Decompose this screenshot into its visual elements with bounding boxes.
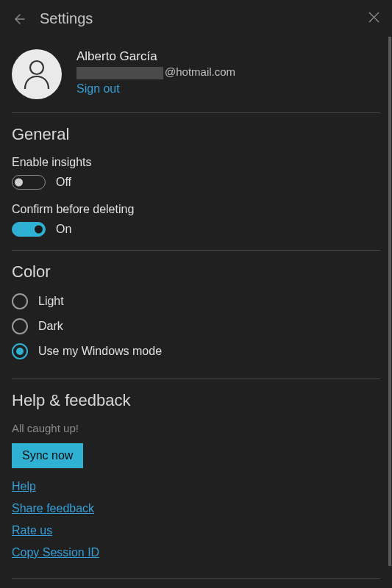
section-title-general: General (12, 125, 380, 144)
divider (12, 250, 380, 251)
sync-status: All caught up! (12, 422, 380, 434)
confirm-delete-label: Confirm before deleting (12, 203, 380, 216)
section-title-color: Color (12, 262, 380, 282)
color-option-dark[interactable]: Dark (12, 318, 380, 334)
account-name: Alberto García (76, 49, 235, 64)
back-arrow-icon[interactable] (12, 12, 25, 26)
insights-state: Off (56, 176, 71, 189)
insights-toggle[interactable] (12, 175, 46, 190)
radio-label: Dark (38, 320, 63, 333)
account-section: Alberto García @hotmail.com Sign out (12, 45, 380, 112)
color-option-light[interactable]: Light (12, 293, 380, 309)
user-icon (22, 58, 51, 90)
sync-now-button[interactable]: Sync now (12, 443, 83, 468)
close-icon[interactable] (367, 10, 380, 24)
copy-session-id-link[interactable]: Copy Session ID (12, 546, 380, 559)
confirm-delete-state: On (56, 223, 71, 236)
sign-out-link[interactable]: Sign out (76, 82, 235, 96)
radio-label: Light (38, 295, 64, 308)
divider (12, 112, 380, 113)
color-option-windows[interactable]: Use my Windows mode (12, 343, 380, 359)
share-feedback-link[interactable]: Share feedback (12, 502, 380, 515)
radio-label: Use my Windows mode (38, 345, 162, 358)
insights-label: Enable insights (12, 156, 380, 169)
confirm-delete-toggle[interactable] (12, 222, 46, 237)
email-masked-portion (76, 67, 163, 79)
radio-icon (12, 343, 28, 359)
section-title-help: Help & feedback (12, 391, 380, 410)
radio-icon (12, 318, 28, 334)
rate-us-link[interactable]: Rate us (12, 524, 380, 537)
svg-point-0 (30, 61, 43, 74)
divider (12, 578, 380, 579)
divider (12, 379, 380, 379)
help-link[interactable]: Help (12, 480, 380, 493)
scrollbar[interactable] (388, 37, 391, 566)
avatar (12, 49, 62, 99)
page-title: Settings (40, 10, 93, 27)
account-email: @hotmail.com (76, 65, 235, 79)
radio-icon (12, 293, 28, 309)
